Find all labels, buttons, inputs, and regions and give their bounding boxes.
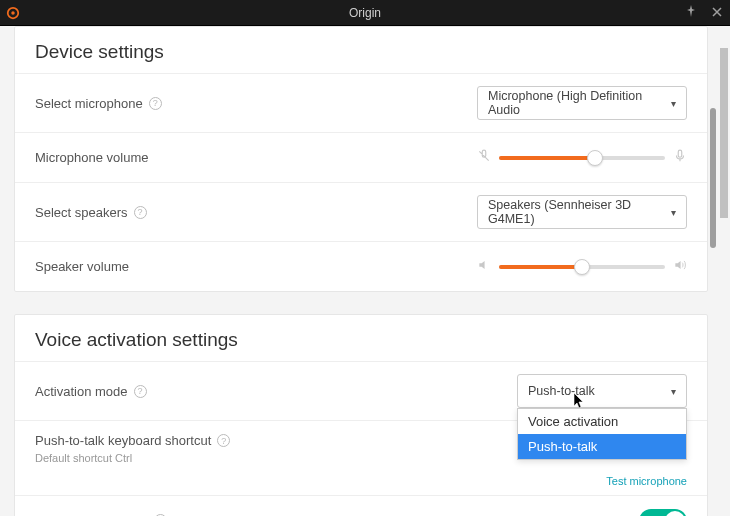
content-area: Device settings Select microphone ? Micr… (0, 26, 730, 516)
toggle-knob (665, 511, 685, 517)
select-speakers-label: Select speakers (35, 205, 128, 220)
voice-chat-indicator-row: Voice chat indicator ? I (15, 495, 707, 516)
ptt-shortcut-label: Push-to-talk keyboard shortcut (35, 433, 211, 448)
select-speakers-row: Select speakers ? Speakers (Sennheiser 3… (15, 182, 707, 241)
speaker-volume-label: Speaker volume (35, 259, 129, 274)
microphone-select-value: Microphone (High Definition Audio (488, 89, 671, 117)
activation-mode-value: Push-to-talk (528, 384, 595, 398)
activation-mode-dropdown: Voice activation Push-to-talk (517, 408, 687, 460)
activation-mode-label: Activation mode (35, 384, 128, 399)
ptt-shortcut-hint: Default shortcut Ctrl (35, 452, 230, 464)
chevron-down-icon: ▾ (671, 98, 676, 109)
speakers-select-value: Speakers (Sennheiser 3D G4ME1) (488, 198, 671, 226)
inner-scrollbar-thumb[interactable] (710, 108, 716, 248)
device-settings-card: Device settings Select microphone ? Micr… (14, 26, 708, 292)
speaker-volume-row: Speaker volume (15, 241, 707, 291)
speaker-volume-slider[interactable] (499, 265, 665, 269)
test-microphone-link[interactable]: Test microphone (606, 475, 687, 487)
outer-scrollbar-thumb[interactable] (720, 48, 728, 218)
device-settings-heading: Device settings (15, 27, 707, 73)
speakers-select[interactable]: Speakers (Sennheiser 3D G4ME1) ▾ (477, 195, 687, 229)
help-icon[interactable]: ? (217, 434, 230, 447)
window-controls (682, 0, 726, 25)
microphone-select[interactable]: Microphone (High Definition Audio ▾ (477, 86, 687, 120)
mic-icon (673, 149, 687, 167)
microphone-volume-label: Microphone volume (35, 150, 148, 165)
speaker-mute-icon (477, 258, 491, 276)
microphone-volume-slider[interactable] (499, 156, 665, 160)
chevron-down-icon: ▾ (671, 386, 676, 397)
voice-activation-heading: Voice activation settings (15, 315, 707, 361)
voice-activation-card: Voice activation settings Activation mod… (14, 314, 708, 516)
help-icon[interactable]: ? (134, 385, 147, 398)
activation-mode-option-voice[interactable]: Voice activation (518, 409, 686, 434)
window-title: Origin (0, 6, 730, 20)
help-icon[interactable]: ? (149, 97, 162, 110)
speaker-icon (673, 258, 687, 276)
pin-icon[interactable] (682, 5, 700, 20)
close-icon[interactable] (708, 6, 726, 20)
activation-mode-row: Activation mode ? Push-to-talk ▾ Voice a… (15, 361, 707, 420)
voice-chat-indicator-toggle[interactable]: I (639, 509, 687, 517)
app-window: Origin Device settings Select microphone… (0, 0, 730, 516)
titlebar: Origin (0, 0, 730, 26)
select-microphone-row: Select microphone ? Microphone (High Def… (15, 73, 707, 132)
microphone-volume-row: Microphone volume (15, 132, 707, 182)
help-icon[interactable]: ? (134, 206, 147, 219)
activation-mode-select[interactable]: Push-to-talk ▾ (517, 374, 687, 408)
select-microphone-label: Select microphone (35, 96, 143, 111)
activation-mode-option-ptt[interactable]: Push-to-talk (518, 434, 686, 459)
mic-mute-icon (477, 149, 491, 167)
chevron-down-icon: ▾ (671, 207, 676, 218)
